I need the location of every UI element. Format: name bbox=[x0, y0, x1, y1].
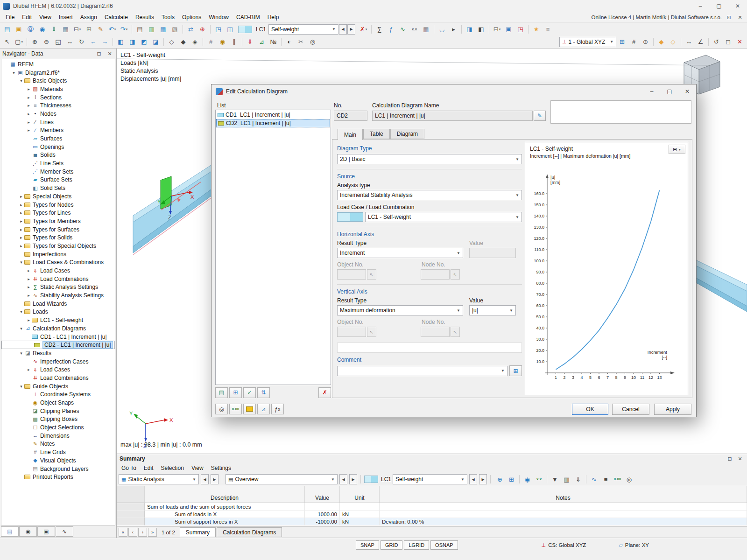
full-view-icon[interactable]: ◻ bbox=[723, 36, 733, 47]
tree-item-notes[interactable]: ✎Notes bbox=[1, 440, 115, 448]
pdf-3d-icon[interactable]: ◳ bbox=[515, 24, 526, 35]
tree-item-visual-objects[interactable]: ◆Visual Objects bbox=[1, 456, 115, 465]
mdi-close-icon[interactable]: ✕ bbox=[736, 14, 744, 21]
analysis-type-select[interactable]: Incremental Stability Analysis▼ bbox=[337, 190, 522, 200]
decimals-icon[interactable]: 0.00 bbox=[612, 474, 623, 485]
delete-results-icon[interactable]: ✗▾ bbox=[358, 24, 369, 35]
tree-item-types-for-members[interactable]: ▸Types for Members bbox=[1, 217, 115, 225]
table-export-icon[interactable]: ⇓ bbox=[573, 474, 584, 485]
results-tables-icon[interactable]: ▥ bbox=[146, 24, 157, 35]
diagram-list-item-cd2[interactable]: CD2LC1 | Increment | |u| bbox=[216, 119, 330, 127]
user-view-icon[interactable]: ◎ bbox=[307, 36, 318, 47]
dialog-titlebar[interactable]: Edit Calculation Diagram – ▢ ✕ bbox=[211, 84, 696, 98]
view-xy-icon[interactable]: ◧ bbox=[115, 36, 126, 47]
analysis-type-select[interactable]: ▦ Static Analysis▼ bbox=[119, 474, 199, 484]
summary-menu-settings[interactable]: Settings bbox=[207, 463, 235, 473]
tree-item-diagram2-rf6[interactable]: ▾▣Diagram2.rf6* bbox=[1, 69, 115, 77]
float-panel-icon[interactable]: ⊡ bbox=[95, 51, 103, 57]
tree-item-solids[interactable]: ◼Solids bbox=[1, 151, 115, 160]
view-yz-icon[interactable]: ◩ bbox=[139, 36, 149, 47]
show-loads-icon[interactable]: ⇓ bbox=[245, 36, 255, 47]
tree-item-load-cases[interactable]: ▸⇓Load Cases bbox=[1, 266, 115, 275]
expand-icon[interactable]: ▸ bbox=[18, 235, 24, 240]
result-values-icon[interactable]: x.x bbox=[409, 24, 420, 35]
printout-report-icon[interactable]: ▦ bbox=[158, 24, 169, 35]
load-case-select[interactable]: Self-weight▼ bbox=[268, 24, 338, 35]
row-gutter[interactable] bbox=[117, 518, 145, 525]
format-painter-icon[interactable]: ✎ bbox=[95, 24, 106, 35]
float-panel-icon[interactable]: ⊡ bbox=[726, 456, 734, 462]
collapse-icon[interactable]: ▾ bbox=[18, 78, 24, 83]
tree-item-calculation-diagrams[interactable]: ▾⊿Calculation Diagrams bbox=[1, 324, 115, 333]
row-gutter[interactable] bbox=[117, 511, 145, 518]
tab-diagram[interactable]: Diagram bbox=[390, 129, 424, 139]
cell-description[interactable]: Sum of loads in X bbox=[145, 511, 305, 518]
expand-icon[interactable]: ▸ bbox=[18, 219, 24, 224]
tree-item-dimensions[interactable]: ↔Dimensions bbox=[1, 432, 115, 440]
expand-icon[interactable]: ▸ bbox=[18, 210, 24, 215]
tree-item-load-combinations[interactable]: ▸⇊Load Combinations bbox=[1, 275, 115, 283]
animation-icon[interactable]: ▸ bbox=[448, 24, 459, 35]
new-window-icon[interactable]: ◳ bbox=[213, 24, 224, 35]
next-load-case-button[interactable]: ▶ bbox=[347, 24, 355, 35]
reorder-icon[interactable]: ⇅ bbox=[257, 387, 270, 398]
collapse-icon[interactable]: ▾ bbox=[18, 309, 24, 314]
collapse-icon[interactable]: ▾ bbox=[18, 384, 24, 389]
clipping-icon[interactable]: ✂ bbox=[296, 36, 306, 47]
expand-icon[interactable]: ▸ bbox=[26, 268, 32, 273]
table-tab-summary[interactable]: Summary bbox=[180, 527, 216, 537]
comment-templates-button[interactable]: ⊞ bbox=[509, 365, 522, 376]
name-field[interactable]: LC1 | Increment | |u| bbox=[372, 111, 533, 121]
tree-item-types-for-nodes[interactable]: ▸Types for Nodes bbox=[1, 201, 115, 209]
table-view-select[interactable]: ▤ Overview▼ bbox=[226, 474, 338, 484]
webservice-icon[interactable]: ◉ bbox=[37, 24, 48, 35]
new-diagram-icon[interactable]: ▤ bbox=[215, 387, 228, 398]
tree-item-nodes[interactable]: ▸•Nodes bbox=[1, 110, 115, 118]
tree-item-load-cases[interactable]: ▸⇓Load Cases bbox=[1, 365, 115, 374]
previous-analysis-button[interactable]: ◀ bbox=[201, 474, 209, 484]
split-window-icon[interactable]: ◫ bbox=[225, 24, 235, 35]
tree-item-cd1-lc1-increment-u[interactable]: CD1 - LC1 | Increment | |u| bbox=[1, 333, 115, 341]
copy-diagram-icon[interactable]: ⊞ bbox=[229, 387, 242, 398]
expand-icon[interactable]: ▸ bbox=[26, 318, 32, 322]
toggle-osnap[interactable]: OSNAP bbox=[430, 540, 458, 550]
window-maximize-button[interactable]: ▢ bbox=[710, 0, 728, 12]
sync-views-icon[interactable]: ⊕ bbox=[494, 474, 505, 485]
calculation-icon[interactable]: ƒ bbox=[386, 24, 396, 35]
open-model-icon[interactable]: ▣ bbox=[14, 24, 24, 35]
select-check-icon[interactable]: ✓ bbox=[243, 387, 256, 398]
tables-icon[interactable]: ▤ bbox=[134, 24, 145, 35]
origin-icon[interactable]: ⊙ bbox=[640, 36, 651, 47]
collapse-icon[interactable]: ▾ bbox=[11, 70, 17, 75]
expand-icon[interactable]: ▸ bbox=[26, 285, 32, 289]
select-pointer-icon[interactable]: ↖ bbox=[2, 36, 13, 47]
panel-icon[interactable]: ◨ bbox=[464, 24, 475, 35]
next-analysis-button[interactable]: ▶ bbox=[211, 474, 218, 484]
render-wireframe-icon[interactable]: ◇ bbox=[166, 36, 177, 47]
first-page-button[interactable]: « bbox=[119, 528, 127, 537]
expand-icon[interactable]: ▸ bbox=[26, 367, 32, 372]
tree-item-cd2-lc1-increment-u[interactable]: CD2 - LC1 | Increment | |u| bbox=[1, 341, 115, 349]
cell-value[interactable]: -1000.00 bbox=[305, 511, 340, 518]
cell-notes[interactable] bbox=[380, 511, 747, 518]
undo-icon[interactable]: ↶▾ bbox=[107, 24, 118, 35]
tree-item-object-selections[interactable]: ☐Object Selections bbox=[1, 423, 115, 432]
cell-notes[interactable]: Deviation: 0.00 % bbox=[380, 518, 747, 525]
dialog-close-button[interactable]: ✕ bbox=[678, 85, 696, 98]
notes-table-icon[interactable]: ▧ bbox=[169, 24, 180, 35]
edit-name-button[interactable]: ✎ bbox=[534, 111, 546, 121]
column-header-description[interactable]: Description bbox=[145, 486, 305, 503]
window-minimize-button[interactable]: – bbox=[691, 0, 710, 12]
tree-item-load-combinations[interactable]: ⇊Load Combinations bbox=[1, 374, 115, 382]
close-panel-icon[interactable]: ✕ bbox=[736, 456, 744, 462]
redo-icon[interactable]: ↷▾ bbox=[119, 24, 129, 35]
expand-icon[interactable]: ▸ bbox=[18, 244, 24, 248]
next-page-button[interactable]: › bbox=[138, 528, 147, 537]
previous-view-icon[interactable]: ← bbox=[88, 36, 99, 47]
delete-diagram-icon[interactable]: ✗ bbox=[318, 387, 331, 398]
navigator-tab-views[interactable]: ▣ bbox=[37, 526, 55, 537]
link-tables-icon[interactable]: ⊞ bbox=[506, 474, 517, 485]
snap-settings-icon[interactable]: ◉ bbox=[217, 36, 228, 47]
tree-item-lc1-self-weight[interactable]: ▸LC1 - Self-weight bbox=[1, 316, 115, 324]
cell-unit[interactable]: kN bbox=[340, 511, 380, 518]
